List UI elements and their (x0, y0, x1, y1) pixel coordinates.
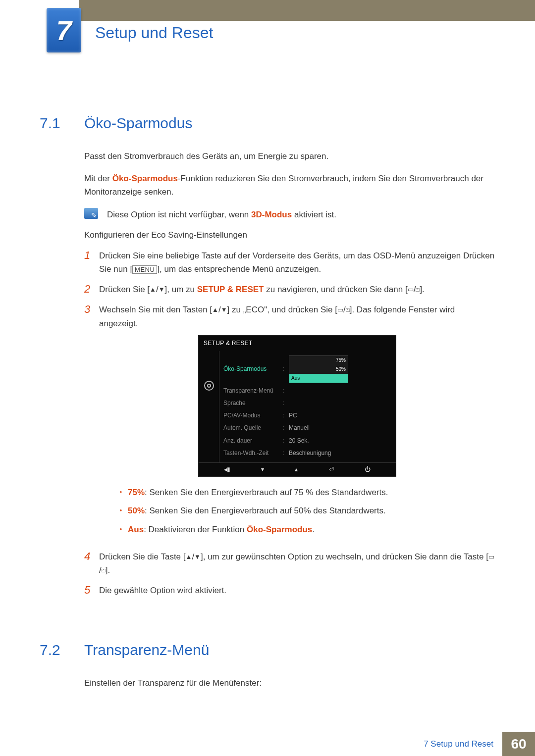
header-bar (79, 0, 535, 21)
down-icon: ▼ (221, 305, 227, 315)
enter-icon: ⏍ (102, 565, 106, 576)
footer-chapter-label: 7 Setup und Reset (415, 732, 502, 756)
osd-row: Autom. Quelle:Manuell (219, 422, 396, 434)
gear-icon (204, 381, 214, 391)
list-item: ● Aus: Deaktivieren der Funktion Öko-Spa… (114, 523, 495, 536)
section-title: Transparenz-Menü (84, 642, 209, 658)
up-icon: ▲ (186, 552, 192, 562)
bullet-icon: ● (114, 523, 128, 536)
bullet-icon: ● (114, 504, 128, 517)
note: Diese Option ist nicht verfügbar, wenn 3… (84, 208, 495, 221)
osd-nav-icon: ▾ (261, 465, 264, 474)
osd-nav-icon: ◂▮ (224, 465, 230, 474)
chapter-badge: 7 (47, 8, 81, 52)
note-icon (84, 208, 98, 219)
osd-nav-icon: ⏻ (365, 465, 371, 474)
osd-row: Transparenz-Menü: (219, 385, 396, 397)
up-icon: ▲ (212, 305, 218, 315)
step-list: 1 Drücken Sie eine beliebige Taste auf d… (84, 249, 495, 598)
step-number: 2 (84, 283, 99, 296)
menu-key: MENU (132, 265, 157, 274)
step-number: 4 (84, 550, 99, 577)
section-number: 7.1 (40, 115, 84, 132)
osd-title: SETUP & RESET (199, 336, 396, 351)
step-5: 5 Die gewählte Option wird aktiviert. (84, 584, 495, 597)
osd-sidebar (199, 351, 219, 462)
highlight-term: 3D-Modus (251, 210, 292, 219)
page-content: 7.1 Öko-Sparmodus Passt den Stromverbrau… (0, 21, 535, 690)
osd-nav-icon: ▴ (295, 465, 298, 474)
note-text: Diese Option ist nicht verfügbar, wenn 3… (107, 208, 336, 221)
down-icon: ▼ (194, 552, 201, 562)
step-3: 3 Wechseln Sie mit den Tasten [▲/▼] zu „… (84, 303, 495, 543)
section-title: Öko-Sparmodus (84, 115, 192, 132)
chapter-number: 7 (56, 14, 71, 47)
osd-row: Anz. dauer:20 Sek. (219, 435, 396, 447)
rect-icon: ▭ (408, 285, 414, 295)
section-number: 7.2 (40, 642, 84, 658)
osd-label: Öko-Sparmodus (223, 364, 283, 374)
highlight-term: Öko-Sparmodus (112, 174, 178, 183)
step-text: Drücken Sie die Taste [▲/▼], um zur gewü… (99, 550, 495, 577)
osd-row: PC/AV-Modus:PC (219, 409, 396, 422)
osd-row: Tasten-Wdh.-Zeit:Beschleunigung (219, 447, 396, 459)
step-text: Drücken Sie [▲/▼], um zu SETUP & RESET z… (99, 283, 495, 296)
down-icon: ▼ (159, 285, 165, 295)
paragraph: Einstellen der Transparenz für die Menüf… (84, 676, 495, 690)
paragraph: Passt den Stromverbrauch des Geräts an, … (84, 150, 495, 163)
list-item: ● 75%: Senken Sie den Energieverbrauch a… (114, 486, 495, 499)
rect-icon: ▭ (488, 552, 494, 562)
osd-footer: ◂▮ ▾ ▴ ⏎ ⏻ (199, 462, 396, 476)
osd-dropdown: 75% 50% Aus (289, 355, 348, 383)
paragraph: Mit der Öko-Sparmodus-Funktion reduziere… (84, 172, 495, 199)
page-footer: 7 Setup und Reset 60 (0, 732, 535, 756)
enter-icon: ⏍ (346, 305, 350, 315)
up-icon: ▲ (150, 285, 156, 295)
list-item: ● 50%: Senken Sie den Energieverbrauch a… (114, 504, 495, 517)
bullet-list: ● 75%: Senken Sie den Energieverbrauch a… (114, 486, 495, 536)
section-7-1-heading: 7.1 Öko-Sparmodus (40, 115, 495, 132)
step-text: Drücken Sie eine beliebige Taste auf der… (99, 249, 495, 276)
osd-menu: Öko-Sparmodus : 75% 50% Aus (219, 351, 396, 462)
bullet-icon: ● (114, 486, 128, 499)
step-2: 2 Drücken Sie [▲/▼], um zu SETUP & RESET… (84, 283, 495, 296)
step-text: Die gewählte Option wird aktiviert. (99, 584, 495, 597)
chapter-title: Setup und Reset (95, 24, 213, 42)
rect-icon: ▭ (337, 305, 343, 315)
subheading: Konfigurieren der Eco Saving-Einstellung… (84, 230, 495, 240)
step-1: 1 Drücken Sie eine beliebige Taste auf d… (84, 249, 495, 276)
step-number: 1 (84, 249, 99, 276)
osd-row: Sprache: (219, 397, 396, 409)
highlight-term: SETUP & RESET (197, 285, 264, 294)
section-7-2: 7.2 Transparenz-Menü Einstellen der Tran… (40, 642, 495, 690)
page-number: 60 (502, 732, 535, 756)
osd-row: Öko-Sparmodus : 75% 50% Aus (219, 354, 396, 385)
section-7-2-heading: 7.2 Transparenz-Menü (40, 642, 495, 658)
step-text: Wechseln Sie mit den Tasten [▲/▼] zu „EC… (99, 303, 495, 543)
osd-screenshot: SETUP & RESET Öko-Sparmodus : 75 (198, 335, 396, 477)
step-4: 4 Drücken Sie die Taste [▲/▼], um zur ge… (84, 550, 495, 577)
step-number: 3 (84, 303, 99, 543)
step-number: 5 (84, 584, 99, 597)
osd-nav-icon: ⏎ (329, 465, 334, 474)
